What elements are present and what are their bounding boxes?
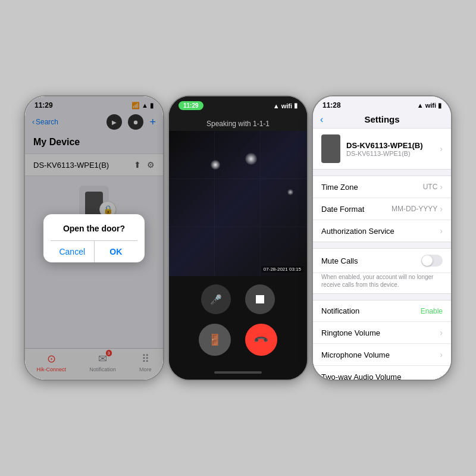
hangup-icon: 📞	[253, 331, 270, 348]
dialog-title: Open the door?	[51, 224, 137, 233]
phone3-nav: ‹ Settings	[313, 112, 451, 128]
screens-container: 11:29 📶 ▲ ▮ ‹ Search ▶ ⏺	[18, 83, 458, 393]
mute-icon: 🎤	[210, 294, 222, 305]
back-chevron-3: ‹	[320, 114, 323, 125]
setting-two-way-audio[interactable]: Two-way Audio Volume ›	[313, 366, 451, 381]
battery-icon-2: ▮	[294, 102, 298, 109]
setting-date-format[interactable]: Date Format MM-DD-YYYY ›	[313, 198, 451, 220]
settings-group-1: Time Zone UTC › Date Format MM-DD-YYYY ›…	[313, 176, 451, 242]
phone-1: 11:29 📶 ▲ ▮ ‹ Search ▶ ⏺	[24, 95, 164, 381]
settings-device-row[interactable]: DS-KV6113-WPE1(B) DS-KV6113-WPE1(B) ›	[313, 128, 451, 170]
camera-feed: 07-28-2021 03:15	[169, 131, 307, 276]
time-3: 11:28	[322, 101, 341, 109]
signal-icon-3: ▲	[417, 102, 424, 109]
time-zone-chevron: ›	[440, 182, 443, 192]
auth-service-label: Authorization Service	[321, 227, 394, 236]
status-bar-3: 11:28 ▲ wifi ▮	[313, 96, 451, 112]
time-2: 11:29	[178, 101, 203, 110]
phone2-content: 11:29 ▲ wifi ▮ Speaking with 1-1-1	[169, 96, 307, 380]
setting-time-zone[interactable]: Time Zone UTC ›	[313, 176, 451, 198]
settings-device-name: DS-KV6113-WPE1(B)	[346, 141, 434, 150]
phone1-content: 11:29 📶 ▲ ▮ ‹ Search ▶ ⏺	[25, 96, 163, 380]
ringtone-volume-chevron: ›	[440, 328, 443, 337]
device-row-chevron: ›	[440, 144, 443, 154]
mute-button[interactable]: 🎤	[201, 284, 231, 314]
notification-value-container: Enable	[421, 307, 443, 315]
status-icons-3: ▲ wifi ▮	[417, 102, 441, 109]
back-button-3[interactable]: ‹	[320, 114, 323, 125]
date-format-chevron: ›	[440, 204, 443, 214]
microphone-volume-chevron: ›	[440, 350, 443, 359]
cancel-button[interactable]: Cancel	[51, 241, 95, 262]
settings-device-info: DS-KV6113-WPE1(B) DS-KV6113-WPE1(B)	[346, 141, 434, 157]
setting-ringtone-volume[interactable]: Ringtone Volume ›	[313, 322, 451, 344]
settings-group-2: Mute Calls When enabled, your account wi…	[313, 248, 451, 294]
call-controls-main: 🚪 📞	[169, 319, 307, 365]
wifi-icon-3: wifi	[425, 102, 436, 109]
hangup-button[interactable]: 📞	[245, 324, 277, 356]
status-bar-2: 11:29 ▲ wifi ▮	[169, 96, 307, 112]
date-format-value: MM-DD-YYYY	[392, 205, 437, 213]
notification-value: Enable	[421, 307, 443, 315]
ok-button[interactable]: OK	[95, 241, 138, 262]
phone-2: 11:29 ▲ wifi ▮ Speaking with 1-1-1	[168, 95, 308, 381]
phone3-content: 11:28 ▲ wifi ▮ ‹ Settings DS-KV6113-WPE1…	[313, 96, 451, 380]
time-zone-label: Time Zone	[321, 183, 358, 192]
grid-overlay	[169, 131, 307, 276]
stop-icon	[256, 295, 264, 303]
signal-icon-2: ▲	[273, 102, 280, 109]
settings-device-thumb	[321, 134, 340, 163]
setting-notification[interactable]: Notification Enable	[313, 300, 451, 322]
status-icons-2: ▲ wifi ▮	[273, 102, 298, 109]
video-feed: 07-28-2021 03:15	[169, 131, 307, 276]
settings-device-sub: DS-KV6113-WPE1(B)	[346, 150, 434, 157]
light-1	[211, 160, 220, 170]
setting-microphone-volume[interactable]: Microphone Volume ›	[313, 344, 451, 366]
toggle-circle	[422, 255, 433, 266]
open-door-dialog: Open the door? Cancel OK	[43, 214, 145, 262]
home-bar-2	[169, 365, 307, 380]
mute-calls-toggle[interactable]	[421, 255, 443, 267]
settings-title: Settings	[364, 114, 399, 124]
call-controls-mid: 🎤	[169, 276, 307, 319]
ringtone-volume-label: Ringtone Volume	[321, 328, 380, 337]
settings-group-3: Notification Enable Ringtone Volume › Mi…	[313, 300, 451, 381]
two-way-audio-chevron: ›	[440, 372, 443, 381]
phone-3: 11:28 ▲ wifi ▮ ‹ Settings DS-KV6113-WPE1…	[312, 95, 452, 381]
date-format-label: Date Format	[321, 205, 364, 214]
dialog-overlay: Open the door? Cancel OK	[25, 96, 163, 380]
door-button[interactable]: 🚪	[199, 324, 231, 356]
stop-button[interactable]	[245, 284, 275, 314]
light-2	[245, 153, 257, 165]
time-zone-value: UTC	[423, 183, 438, 191]
timestamp-overlay: 07-28-2021 03:15	[261, 266, 303, 273]
mute-calls-description: When enabled, your account will no longe…	[313, 273, 451, 293]
auth-service-chevron: ›	[440, 226, 443, 236]
date-format-value-container: MM-DD-YYYY ›	[392, 204, 443, 214]
home-indicator-2	[214, 371, 262, 374]
two-way-audio-label: Two-way Audio Volume	[321, 372, 401, 381]
mute-calls-label: Mute Calls	[321, 256, 358, 265]
speaking-label: Speaking with 1-1-1	[206, 120, 270, 128]
microphone-volume-label: Microphone Volume	[321, 350, 390, 359]
light-3	[287, 189, 293, 195]
time-zone-value-container: UTC ›	[423, 182, 443, 192]
door-icon: 🚪	[208, 333, 221, 346]
wifi-icon-2: wifi	[281, 102, 292, 109]
setting-auth-service[interactable]: Authorization Service ›	[313, 220, 451, 242]
dialog-buttons: Cancel OK	[51, 240, 137, 262]
setting-mute-calls: Mute Calls	[313, 249, 451, 273]
notification-label: Notification	[321, 306, 359, 315]
battery-icon-3: ▮	[438, 102, 441, 109]
